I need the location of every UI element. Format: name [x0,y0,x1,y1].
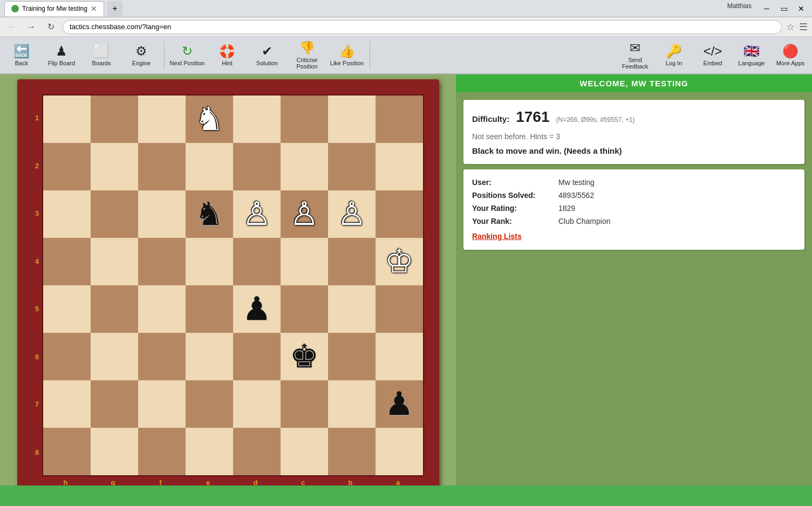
chess-square[interactable] [186,333,233,380]
chess-square[interactable] [376,333,423,380]
chess-square[interactable] [91,190,138,238]
maximize-button[interactable]: ▭ [777,2,790,15]
chess-square[interactable] [328,333,376,380]
chess-square[interactable] [91,285,138,333]
back-button[interactable]: ← [4,19,19,35]
toolbar: 🔙 Back ♟ Flip Board ⬜ Boards ⚙ Engine ↻ … [0,37,812,74]
chess-square[interactable] [233,380,281,428]
chess-square[interactable] [138,333,186,380]
chess-square[interactable] [91,143,138,190]
rank-label: Your Rank: [472,217,558,225]
chess-square[interactable] [233,143,281,190]
chess-square[interactable]: ♚ [281,333,328,380]
minimize-button[interactable]: ─ [760,2,773,15]
chess-square[interactable] [138,380,186,428]
chess-square[interactable] [233,333,281,380]
boards-button[interactable]: ⬜ Boards [82,38,121,72]
chess-square[interactable] [376,190,423,238]
chess-square[interactable] [376,143,423,190]
refresh-button[interactable]: ↻ [43,19,58,35]
chess-square[interactable] [328,285,376,333]
chess-square[interactable] [281,143,328,190]
chess-square[interactable] [91,380,138,428]
chess-square[interactable]: ♞ [186,190,233,238]
solution-button[interactable]: ✔ Solution [248,38,286,72]
chess-square[interactable] [328,238,376,285]
rank-row: Your Rank: Club Champion [472,217,796,225]
chess-square[interactable]: ♔ [376,238,423,285]
forward-button[interactable]: → [24,19,39,35]
more-apps-button[interactable]: 🔴 More Apps [771,38,810,72]
hint-button[interactable]: 🛟 Hint [208,38,247,72]
url-input[interactable] [63,20,782,34]
chess-square[interactable] [43,238,91,285]
chess-square[interactable] [138,190,186,238]
like-button[interactable]: 👍 Like Position [327,38,366,72]
chess-square[interactable] [43,428,91,475]
chess-square[interactable] [43,190,91,238]
chess-square[interactable] [91,238,138,285]
chess-square[interactable]: ♟ [233,285,281,333]
chess-square[interactable] [328,143,376,190]
chess-square[interactable] [233,95,281,143]
chess-square[interactable] [376,285,423,333]
chess-square[interactable] [43,285,91,333]
chess-square[interactable] [43,333,91,380]
embed-button[interactable]: </> Embed [693,38,732,72]
chess-square[interactable] [186,428,233,475]
chess-square[interactable] [186,285,233,333]
chess-square[interactable] [281,285,328,333]
chess-square[interactable] [43,95,91,143]
rank-3: 3 [32,190,42,237]
flip-board-button[interactable]: ♟ Flip Board [42,38,81,72]
tab-close-button[interactable]: ✕ [91,4,97,13]
chess-square[interactable] [186,143,233,190]
engine-button[interactable]: ⚙ Engine [122,38,161,72]
chess-square[interactable] [281,428,328,475]
chess-square[interactable] [91,95,138,143]
chess-square[interactable] [186,380,233,428]
boards-icon: ⬜ [93,44,110,59]
chess-square[interactable] [281,95,328,143]
chess-square[interactable] [281,238,328,285]
close-button[interactable]: ✕ [795,2,808,15]
bookmark-star-icon[interactable]: ☆ [786,21,795,33]
chess-square[interactable] [43,143,91,190]
user-label: User: [472,178,558,187]
chess-square[interactable] [328,380,376,428]
back-toolbar-button[interactable]: 🔙 Back [2,38,41,72]
chess-square[interactable] [43,380,91,428]
chess-square[interactable] [138,238,186,285]
tab-favicon [11,5,19,12]
chess-square[interactable] [233,238,281,285]
chess-square[interactable] [376,95,423,143]
chess-square[interactable]: ♞ [186,95,233,143]
chess-square[interactable]: ♙ [281,190,328,238]
send-feedback-button[interactable]: ✉ Send Feedback [616,38,654,72]
chess-square[interactable] [138,428,186,475]
chess-square[interactable] [328,428,376,475]
browser-tab[interactable]: Training for Mw testing ✕ [4,1,104,16]
chess-square[interactable]: ♙ [233,190,281,238]
chess-square[interactable] [138,143,186,190]
solution-label: Solution [256,60,278,66]
chess-square[interactable] [186,238,233,285]
chess-square[interactable] [138,285,186,333]
chess-square[interactable]: ♙ [328,190,376,238]
chess-square[interactable] [328,95,376,143]
chess-square[interactable] [376,428,423,475]
settings-icon[interactable]: ☰ [799,21,808,33]
chess-square[interactable]: ♟ [376,380,423,428]
chess-square[interactable] [91,428,138,475]
ranking-link[interactable]: Ranking Lists [472,232,522,241]
new-tab-button[interactable]: + [107,1,122,16]
log-in-button[interactable]: 🔑 Log In [654,38,693,72]
chess-square[interactable] [281,380,328,428]
chess-square[interactable] [233,428,281,475]
chess-square[interactable] [138,95,186,143]
next-position-button[interactable]: ↻ Next Position [168,38,207,72]
criticise-button[interactable]: 👎 Criticise Position [288,38,326,72]
language-button[interactable]: 🇬🇧 Language [732,38,771,72]
more-apps-label: More Apps [776,60,805,66]
chess-square[interactable] [91,333,138,380]
